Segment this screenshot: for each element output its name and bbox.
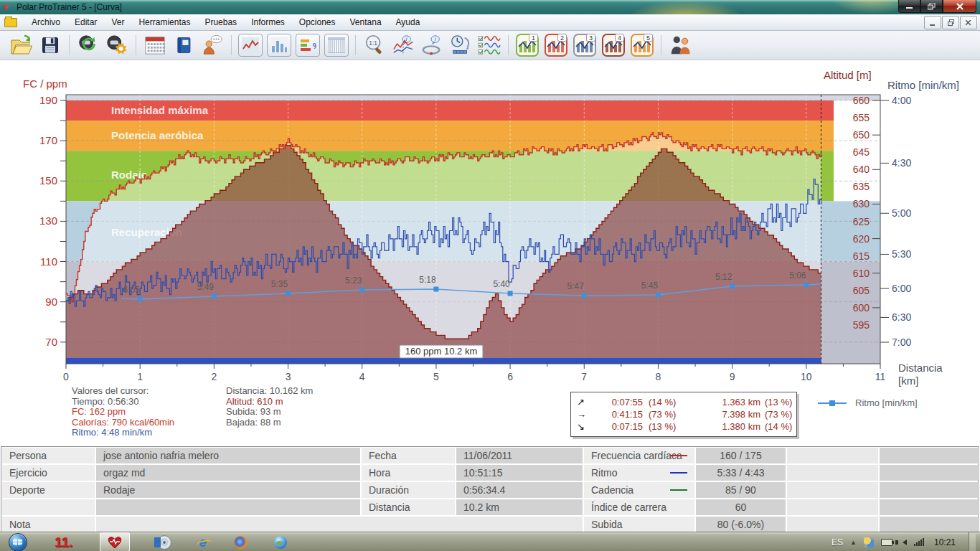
cursor-values-block-2: Distancia: 10.162 kmAltitud: 610 mSubida… [226,386,313,428]
network-signal-icon[interactable] [914,538,924,546]
start-button[interactable] [9,533,27,551]
exercise-curve-plot[interactable]: Intensidad máximaPotencia aeróbicaRodaje… [0,60,980,390]
menu-item-archivo[interactable]: Archivo [24,15,67,29]
mdi-close-button[interactable] [960,16,977,29]
summary-label: Ejercicio [2,465,95,481]
curve-view-button[interactable] [238,34,263,57]
mdi-minimize-button[interactable] [924,16,941,29]
language-indicator[interactable]: ES [831,537,843,547]
summary-value [96,499,360,515]
taskbar-clock[interactable]: 10:21 [934,537,956,547]
zoom-1-1-button[interactable]: 1:1 [361,32,388,58]
menu-item-editar[interactable]: Editar [67,15,104,29]
menu-item-pruebas[interactable]: Pruebas [197,15,244,29]
menu-item-informes[interactable]: Informes [244,15,292,29]
open-file-button[interactable] [8,32,35,58]
mdi-restore-button[interactable] [942,16,959,29]
svg-text:%: % [313,42,316,50]
show-desktop-button[interactable] [969,532,976,551]
summary-label: Duración [362,482,455,498]
saved-chart-5-button[interactable]: 5 [628,32,656,58]
svg-text:610: 610 [853,268,870,279]
toolbar-separator [661,35,661,55]
table-view-button[interactable] [324,34,349,57]
svg-text:11: 11 [875,371,886,382]
svg-text:5:49: 5:49 [197,282,215,292]
summary-empty [787,482,878,498]
summary-label: Cadencia [584,482,694,498]
svg-text:130: 130 [39,215,57,227]
summary-label: Frecuencia cardíaca [584,448,694,463]
restore-button[interactable] [920,0,943,13]
svg-text:6:00: 6:00 [892,283,911,294]
svg-text:6: 6 [507,371,513,382]
saved-chart-3-button[interactable]: 3 [571,32,598,58]
summary-empty [880,517,979,532]
taskbar-acdsee-11[interactable]: 11. [55,532,72,551]
tray-expand-icon[interactable]: ▲ [850,539,857,546]
cursor-value-line: FC: 162 ppm [72,407,174,418]
menu-item-opciones[interactable]: Opciones [292,15,343,29]
curva-document-icon[interactable] [4,18,17,27]
summary-value: 10:51:15 [456,465,583,481]
saved-chart-1-button[interactable]: 1 [514,32,541,58]
saved-chart-2-button[interactable]: 2 [542,32,570,58]
summary-label: Ritmo [584,465,694,481]
svg-text:4: 4 [359,371,365,382]
svg-text:4:00: 4:00 [892,95,911,106]
person-info-button[interactable] [199,32,226,58]
summary-value: 60 [696,499,786,515]
svg-text:150: 150 [39,174,57,187]
close-button[interactable] [943,0,976,13]
action-center-icon[interactable] [864,537,874,547]
battery-icon[interactable] [881,539,892,546]
fc-axis-title: FC / ppm [23,77,67,90]
cursor-value-line: Altitud: 610 m [226,397,313,408]
summary-value: orgaz md [96,465,360,481]
menu-item-ventana[interactable]: Ventana [343,15,389,29]
time-compare-button[interactable] [447,32,474,58]
svg-text:170: 170 [39,134,57,146]
svg-text:3: 3 [589,34,593,42]
speaker-icon[interactable] [903,540,907,545]
mdi-window-controls [924,16,977,29]
minimize-button[interactable] [898,0,920,13]
taskbar-internet-explorer[interactable]: e [199,532,207,551]
calendar-button[interactable] [141,32,169,58]
svg-text:650: 650 [853,129,870,141]
svg-text:5:06: 5:06 [789,270,806,281]
curve-view-workspace: Intensidad máximaPotencia aeróbicaRodaje… [0,60,980,532]
compare-persons-button[interactable] [666,32,694,58]
toolbar: %1:1ii12345 [0,31,980,60]
summary-label: Subida [584,517,694,532]
taskbar-polar-protrainer-active[interactable] [100,532,130,551]
series-color-dash [670,472,687,474]
curve-values-button[interactable]: i [390,32,417,58]
svg-text:1:1: 1:1 [369,39,377,47]
grade-statistics-box: ↗0:07:55(14 %)1.363 km(13 %)→0:41:15(73 … [570,392,797,437]
menu-item-ver[interactable]: Ver [104,15,131,29]
cursor-value-line: Distancia: 10.162 km [226,386,313,397]
monitor-settings-button[interactable] [103,32,131,58]
summary-value: 5:33 / 4:43 [696,465,786,481]
taskbar-firefox[interactable] [234,532,247,551]
taskbar-google-earth[interactable] [274,532,287,551]
taskbar-media-player[interactable] [157,532,171,551]
pace-legend-line-icon [818,402,847,404]
svg-text:5:30: 5:30 [892,248,911,260]
desktop-root: { "window": { "title": "Polar ProTrainer… [0,0,980,551]
svg-text:5:47: 5:47 [567,281,585,291]
percent-view-button[interactable]: % [296,34,320,57]
svg-text:640: 640 [853,164,870,175]
menu-item-herramientas[interactable]: Herramientas [131,15,197,29]
save-button[interactable] [37,32,64,58]
select-curves-button[interactable] [476,32,503,58]
lap-info-button[interactable]: i [418,32,446,58]
saved-chart-4-button[interactable]: 4 [600,32,627,58]
summary-label [2,499,95,515]
menu-item-ayuda[interactable]: Ayuda [389,15,428,29]
training-diary-button[interactable] [170,32,197,58]
transfer-from-monitor-button[interactable] [75,32,102,58]
taskbar: 11. e ES ▲ 10:21 [0,532,980,551]
distribution-view-button[interactable] [267,34,291,57]
